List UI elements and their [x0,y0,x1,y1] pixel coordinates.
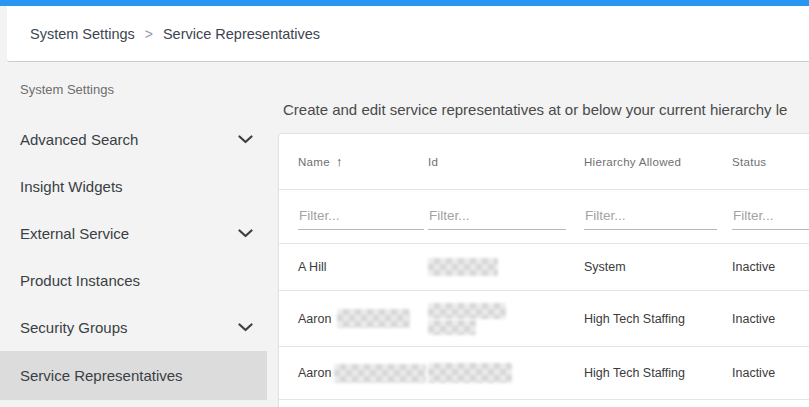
table-row[interactable]: Aaron High Tech Staffing Inactive [279,291,809,347]
filter-input-status[interactable] [732,207,809,230]
table-filter-row [279,190,809,244]
sidebar-section-title: System Settings [0,63,267,97]
sidebar-item-label: Advanced Search [20,131,138,148]
cell-id [428,363,584,383]
chevron-down-icon [238,135,253,144]
page-description: Create and edit service representatives … [283,101,809,121]
chevron-down-icon [238,323,253,332]
chevron-down-icon [238,229,253,238]
cell-hierarchy-allowed: High Tech Staffing [584,312,732,326]
sidebar: System Settings Advanced Search Insight … [0,63,267,407]
sort-ascending-icon: ↑ [336,154,343,169]
table-row[interactable]: A Hill System Inactive [279,244,809,291]
redacted-id [428,258,498,276]
sidebar-item-service-representatives[interactable]: Service Representatives [0,351,267,400]
column-header-status[interactable]: Status [732,156,809,168]
cell-name: Aaron [279,309,428,328]
table-row[interactable]: Aaron High Tech Staffing Inactive [279,347,809,400]
cell-status: Inactive [732,366,809,380]
column-header-hierarchy-allowed[interactable]: Hierarchy Allowed [584,156,732,168]
sidebar-item-insight-widgets[interactable]: Insight Widgets [0,163,267,210]
sidebar-item-external-service[interactable]: External Service [0,210,267,257]
sidebar-item-label: Service Representatives [20,367,183,384]
breadcrumb-separator-icon: > [145,26,153,42]
cell-hierarchy-allowed: High Tech Staffing [584,366,732,380]
cell-name: Aaron [279,364,428,383]
filter-input-id[interactable] [428,207,566,230]
filter-input-hierarchy-allowed[interactable] [584,207,717,230]
sidebar-item-label: Security Groups [20,319,128,336]
sidebar-menu: Advanced Search Insight Widgets External… [0,116,267,400]
cell-name-text: Aaron [298,366,331,380]
representatives-table-card: Name↑ Id Hierarchy Allowed Status A Hill… [278,133,809,407]
cell-name: A Hill [279,260,428,274]
cell-status: Inactive [732,312,809,326]
redacted-name [334,364,426,383]
cell-name-text: Aaron [298,312,331,326]
redacted-id [428,303,506,319]
sidebar-item-label: External Service [20,225,129,242]
cell-id [428,303,584,335]
redacted-name [337,309,410,328]
app-window: System Settings > Service Representative… [0,0,809,407]
sidebar-item-label: Product Instances [20,272,140,289]
column-header-id[interactable]: Id [428,156,584,168]
redacted-id [428,363,512,383]
redacted-id [428,320,476,335]
cell-hierarchy-allowed: System [584,260,732,274]
column-header-label: Name [298,156,330,168]
breadcrumb-service-representatives[interactable]: Service Representatives [163,26,320,42]
sidebar-item-security-groups[interactable]: Security Groups [0,304,267,351]
cell-status: Inactive [732,260,809,274]
table-header-row: Name↑ Id Hierarchy Allowed Status [279,134,809,190]
filter-input-name[interactable] [298,207,424,230]
cell-id [428,258,584,276]
sidebar-item-label: Insight Widgets [20,178,123,195]
sidebar-item-advanced-search[interactable]: Advanced Search [0,116,267,163]
breadcrumb: System Settings > Service Representative… [7,6,809,62]
breadcrumb-system-settings[interactable]: System Settings [30,26,135,42]
column-header-name[interactable]: Name↑ [279,154,428,169]
sidebar-item-product-instances[interactable]: Product Instances [0,257,267,304]
